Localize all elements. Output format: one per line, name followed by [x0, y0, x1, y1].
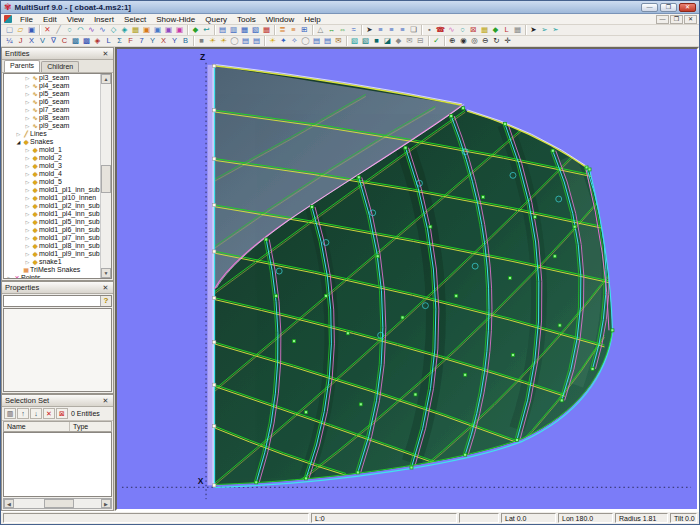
- entity-tree-scrollbar[interactable]: ▲ ▼: [100, 74, 111, 278]
- visibility-2-button[interactable]: ✧: [289, 36, 300, 46]
- expander-icon[interactable]: ▷: [24, 90, 31, 98]
- tree-item-mold1-pl5-inn-sub1[interactable]: ▷◆mold1_pl5_inn_sub1: [4, 218, 100, 226]
- grid-gray-button[interactable]: ▦: [512, 25, 523, 35]
- cube-solid-button[interactable]: ■: [371, 36, 382, 46]
- loft-surface-button[interactable]: ◈: [119, 25, 130, 35]
- line-button[interactable]: ╱: [53, 25, 64, 35]
- tree-item-pl8-seam[interactable]: ▷∿pl8_seam: [4, 114, 100, 122]
- l-red-button[interactable]: L: [501, 25, 512, 35]
- properties-name-field[interactable]: ?: [3, 295, 112, 307]
- expander-icon[interactable]: ▷: [24, 74, 31, 82]
- expander-icon[interactable]: ▷: [24, 170, 31, 178]
- tree-item-mold1-pl2-inn-sub1[interactable]: ▷◆mold1_pl2_inn_sub1: [4, 202, 100, 210]
- expander-icon[interactable]: ▷: [15, 130, 22, 138]
- expander-icon[interactable]: ▷: [24, 146, 31, 154]
- scroll-down-button[interactable]: ▼: [101, 268, 111, 278]
- tree-item-mold-1[interactable]: ▷◆mold_1: [4, 146, 100, 154]
- ring-teal-button[interactable]: ○: [457, 25, 468, 35]
- save-button[interactable]: ▣: [26, 25, 37, 35]
- tree-item-mold1-pl8-inn-sub1[interactable]: ▷◆mold1_pl8_inn_sub1: [4, 242, 100, 250]
- viewport[interactable]: Z X: [115, 47, 699, 511]
- menu-showhide[interactable]: Show-Hide: [151, 15, 200, 24]
- open-button[interactable]: ▱: [15, 25, 26, 35]
- expander-icon[interactable]: ▷: [24, 210, 31, 218]
- hide-points-button[interactable]: ☀: [218, 36, 229, 46]
- mdi-close-button[interactable]: ✕: [684, 15, 697, 24]
- phone-button[interactable]: ☎: [435, 25, 446, 35]
- visibility-a-button[interactable]: ▤: [311, 36, 322, 46]
- view-2-button[interactable]: ▥: [228, 25, 239, 35]
- tile-horizontal-button[interactable]: ≣: [277, 25, 288, 35]
- expander-icon[interactable]: ▷: [24, 234, 31, 242]
- zoom-out-button[interactable]: ⊖: [480, 36, 491, 46]
- filter-17-button[interactable]: B: [180, 36, 191, 46]
- expander-icon[interactable]: ▷: [24, 202, 31, 210]
- filter-15-button[interactable]: X: [158, 36, 169, 46]
- tree-item-pl3-seam[interactable]: ▷∿pl3_seam: [4, 74, 100, 82]
- tree-item-pl9-seam[interactable]: ▷∿pl9_seam: [4, 122, 100, 130]
- move-down-button[interactable]: ↓: [30, 408, 42, 419]
- columns-button[interactable]: ▥: [4, 408, 16, 419]
- minimize-button[interactable]: —: [641, 3, 658, 12]
- bulb-button[interactable]: ☀: [267, 36, 278, 46]
- view-3-button[interactable]: ▦: [239, 25, 250, 35]
- expander-icon[interactable]: ▷: [24, 258, 31, 266]
- tree-item-pl7-seam[interactable]: ▷∿pl7_seam: [4, 106, 100, 114]
- cube-mail-button[interactable]: ✉: [404, 36, 415, 46]
- filter-7-button[interactable]: ▩: [70, 36, 81, 46]
- tree-item-mold1-pl10-innen[interactable]: ▷◆mold1_pl10_innen: [4, 194, 100, 202]
- tree-item-pl5-seam[interactable]: ▷∿pl5_seam: [4, 90, 100, 98]
- wave-button[interactable]: ≈: [348, 25, 359, 35]
- filter-14-button[interactable]: Y: [147, 36, 158, 46]
- filter-2-button[interactable]: J: [15, 36, 26, 46]
- selection-set-close-icon[interactable]: ✕: [101, 397, 110, 405]
- properties-close-icon[interactable]: ✕: [101, 284, 110, 292]
- filter-3-button[interactable]: X: [26, 36, 37, 46]
- expander-icon[interactable]: ▷: [24, 154, 31, 162]
- column-name[interactable]: Name: [4, 422, 70, 431]
- hull-3d-view[interactable]: Z X: [117, 49, 697, 509]
- scroll-left-button[interactable]: ◀: [4, 499, 14, 508]
- rotate-view-button[interactable]: ↻: [491, 36, 502, 46]
- solid-magenta-button[interactable]: ▣: [174, 25, 185, 35]
- selection-set-hscrollbar[interactable]: ◀ ▶: [3, 498, 112, 509]
- solid-orange-button[interactable]: ▣: [141, 25, 152, 35]
- tab-parents[interactable]: Parents: [4, 60, 40, 72]
- menu-edit[interactable]: Edit: [38, 15, 62, 24]
- bspline-button[interactable]: ∿: [97, 25, 108, 35]
- triangle-button[interactable]: △: [315, 25, 326, 35]
- filter-4-button[interactable]: V: [37, 36, 48, 46]
- arc-button[interactable]: ◠: [75, 25, 86, 35]
- menu-query[interactable]: Query: [200, 15, 232, 24]
- diamond-button[interactable]: ◆: [190, 25, 201, 35]
- help-button[interactable]: ?: [100, 296, 111, 306]
- filter-13-button[interactable]: 7: [136, 36, 147, 46]
- tree-item-pl6-seam[interactable]: ▷∿pl6_seam: [4, 98, 100, 106]
- surface-button[interactable]: ◇: [108, 25, 119, 35]
- cube-shaded-button[interactable]: ▧: [360, 36, 371, 46]
- cube-half-button[interactable]: ◪: [382, 36, 393, 46]
- select-list-3-button[interactable]: ≡: [397, 25, 408, 35]
- undo-button[interactable]: ↩: [201, 25, 212, 35]
- filter-1-button[interactable]: ¼: [4, 36, 15, 46]
- tree-item-mold-2[interactable]: ▷◆mold_2: [4, 154, 100, 162]
- filter-6-button[interactable]: C: [59, 36, 70, 46]
- view-4-button[interactable]: ▧: [250, 25, 261, 35]
- select-note-button[interactable]: ❏: [408, 25, 419, 35]
- new-button[interactable]: ▢: [4, 25, 15, 35]
- expander-icon[interactable]: ▷: [24, 250, 31, 258]
- tree-item-mold-4[interactable]: ▷◆mold_4: [4, 170, 100, 178]
- zoom-in-button[interactable]: ⊕: [447, 36, 458, 46]
- clear-all-button[interactable]: ⊠: [56, 408, 68, 419]
- tree-item-mold1-pl9-inn-sub1[interactable]: ▷◆mold1_pl9_inn_sub1: [4, 250, 100, 258]
- expander-icon[interactable]: ▷: [24, 194, 31, 202]
- visibility-note-button[interactable]: ✉: [333, 36, 344, 46]
- menu-window[interactable]: Window: [261, 15, 299, 24]
- cube-ruler-button[interactable]: ⊟: [415, 36, 426, 46]
- zoom-window-button[interactable]: ◉: [458, 36, 469, 46]
- pointer-x-button[interactable]: ➢: [539, 25, 550, 35]
- menu-view[interactable]: View: [62, 15, 89, 24]
- visibility-1-button[interactable]: ✦: [278, 36, 289, 46]
- expander-icon[interactable]: ▷: [24, 106, 31, 114]
- filter-5-button[interactable]: ∇: [48, 36, 59, 46]
